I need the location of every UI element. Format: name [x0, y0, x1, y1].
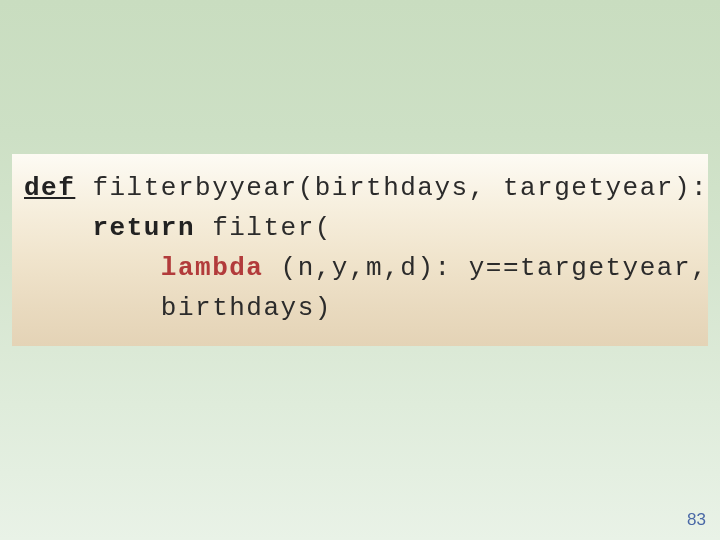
code-text: filterbyyear(birthdays, targetyear):: [75, 173, 708, 203]
keyword-def: def: [24, 173, 75, 203]
indent: [24, 213, 92, 243]
code-line-1: def filterbyyear(birthdays, targetyear):: [24, 168, 696, 208]
slide: def filterbyyear(birthdays, targetyear):…: [0, 0, 720, 540]
indent: [24, 293, 161, 323]
code-line-2: return filter(: [24, 208, 696, 248]
indent: [24, 253, 161, 283]
code-box: def filterbyyear(birthdays, targetyear):…: [12, 154, 708, 346]
code-text: birthdays): [161, 293, 332, 323]
code-line-4: birthdays): [24, 288, 696, 328]
page-number: 83: [687, 510, 706, 530]
code-text: (n,y,m,d): y==targetyear,: [263, 253, 708, 283]
keyword-return: return: [92, 213, 195, 243]
code-line-3: lambda (n,y,m,d): y==targetyear,: [24, 248, 696, 288]
code-text: filter(: [195, 213, 332, 243]
keyword-lambda: lambda: [161, 253, 264, 283]
